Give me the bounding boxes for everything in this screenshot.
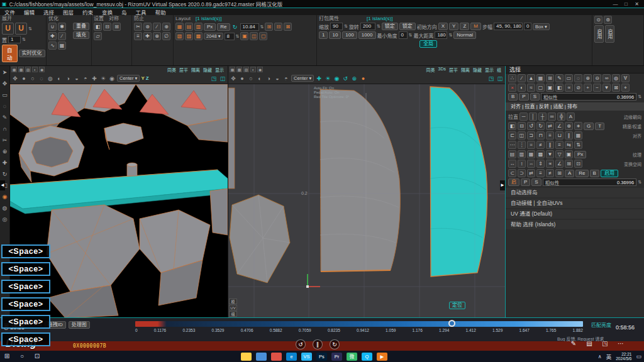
panel-list-item[interactable]: 帮助 选择 (Islands) (506, 220, 644, 229)
selection-tool-icon[interactable]: ∀ (621, 74, 630, 82)
padding-stepper[interactable]: ⇅ (236, 34, 240, 39)
panel-list-item[interactable]: 自动接缝 | 全自动UVs (506, 199, 644, 208)
similarity2-stepper[interactable]: ⇅ (638, 180, 641, 185)
spacing-icon[interactable]: ⊞ (565, 160, 573, 168)
viewport-extra-icon[interactable]: ◉ (108, 75, 116, 82)
uv-pivot-center-select[interactable]: Center ▾ (291, 75, 314, 82)
spacing-icon[interactable]: ∝ (546, 160, 554, 168)
symmetry-tool-icon[interactable]: ⊞ (113, 23, 121, 31)
normal-button[interactable]: Normal (453, 31, 476, 39)
straighten-icon[interactable]: A (567, 112, 575, 121)
selection-tool-icon[interactable]: ◍ (612, 74, 620, 82)
cut-weld-tool-icon[interactable]: ∅ (162, 32, 170, 40)
distribute-icon[interactable]: ⇅ (574, 141, 582, 149)
viewport-tool-icon[interactable]: ◍ (1, 204, 9, 212)
uv-side-tab[interactable]: UV (229, 305, 237, 310)
arrange-icon[interactable]: ▽ (555, 150, 564, 158)
language-indicator[interactable]: 英 (606, 353, 612, 360)
axis-x-button[interactable]: X (438, 23, 448, 30)
similarity-s-button[interactable]: S (530, 93, 540, 101)
quick-step-button[interactable]: 100 (342, 31, 357, 39)
cut-weld-tool-icon[interactable]: ≡ (134, 32, 142, 40)
display-mode-icon[interactable]: ● (238, 75, 246, 82)
selection-tool-icon[interactable]: ▲ (527, 74, 535, 82)
viewport-tab[interactable]: 隔离 (191, 67, 200, 73)
player-control-icon[interactable]: ↺ (296, 339, 306, 349)
selection-tool-icon[interactable]: ▼ (602, 84, 611, 92)
taskbar-app-icon[interactable]: ▶ (377, 353, 387, 361)
uv-action-icon[interactable]: ⊞ (555, 169, 564, 177)
mutation-button[interactable]: M (470, 23, 481, 30)
enable-button-2[interactable]: 启用 (605, 25, 614, 43)
display-mode-icon[interactable]: ◓ (82, 75, 89, 82)
spacing-icon[interactable]: ⇔ (527, 160, 535, 168)
tile-icon[interactable]: ⊞ (265, 23, 273, 31)
display-mode-icon[interactable]: ◍ (47, 75, 54, 82)
viewport-extra-icon[interactable]: ☀ (99, 75, 107, 82)
texel-scale-field[interactable]: 10.84 (240, 23, 259, 31)
title-bar[interactable]: ▣ C:/class/fishbones/maya/assets/low_mes… (0, 0, 644, 8)
quick-step-button[interactable]: 1 (319, 31, 328, 39)
maximize-button[interactable]: □ (621, 1, 631, 7)
selection-tool-icon[interactable]: ◐ (518, 84, 526, 92)
selection-tool-icon[interactable]: ▣ (546, 84, 554, 92)
flip-icon[interactable]: ⊟ (518, 122, 526, 130)
panel-list-item[interactable]: UV 通道 (Default) (506, 209, 644, 219)
stride-zero-field[interactable]: 0 (524, 23, 531, 30)
arrange-icon[interactable]: ▣ (565, 150, 573, 158)
viewport-tab[interactable]: 同类 (167, 67, 176, 73)
similarity-stepper[interactable]: ⇅ (638, 94, 641, 99)
viewport-tab[interactable]: 隐藏 (473, 67, 482, 73)
menu-item[interactable]: 编辑 (19, 8, 39, 16)
align-icon[interactable]: ⊔ (555, 131, 564, 140)
uv-action-icon[interactable]: ⊃ (518, 169, 526, 177)
player-control-icon[interactable]: ∥ (313, 339, 323, 349)
min-angle-stepper[interactable]: ⇅ (409, 33, 413, 38)
viewport-tab[interactable]: 隔离 (461, 67, 470, 73)
distribute-icon[interactable]: ≠ (536, 141, 545, 149)
viewport-option-icon[interactable]: ▦ (11, 67, 17, 72)
flip-icon[interactable]: ∗ (574, 122, 582, 130)
taskbar-system-icon[interactable]: ○ (15, 351, 29, 362)
viewport-tool-icon[interactable]: ◉ (1, 192, 9, 201)
uv-action-icon[interactable]: ≠ (546, 169, 554, 177)
flip-icon[interactable]: ⊕ (565, 122, 573, 130)
selection-tool-icon[interactable]: ≈ (527, 84, 535, 92)
selection-tool-icon[interactable]: ✎ (555, 74, 564, 82)
spacing-icon[interactable]: ∠ (555, 160, 564, 168)
arrange-icon[interactable]: ▥ (518, 150, 526, 158)
straighten-icon[interactable]: ─ (519, 112, 528, 121)
uv-action-icon[interactable]: ≡ (536, 169, 545, 177)
panel-list-item[interactable]: 自动选择岛 (506, 188, 644, 197)
taskbar-app-icon[interactable]: Ps (316, 353, 327, 361)
viewport-layout-icon[interactable]: ◫ (219, 75, 226, 82)
player-tool-icon[interactable]: ⋯ (616, 340, 625, 347)
taskbar-app-icon[interactable]: Pr (331, 353, 342, 361)
display-mode-icon[interactable]: ◒ (73, 75, 80, 82)
taskbar-system-icon[interactable]: ⊡ (30, 351, 44, 362)
menu-item[interactable]: 帮助 (151, 8, 170, 16)
taskbar-app-icon[interactable]: 微 (347, 353, 357, 361)
selection-tool-icon[interactable]: ⊕ (584, 74, 592, 82)
similarity2-p-button[interactable]: P (521, 178, 530, 186)
selection-tool-icon[interactable]: ∝ (565, 84, 573, 92)
flip-icon[interactable]: ↺ (527, 122, 535, 130)
selection-tool-icon[interactable]: + (584, 84, 592, 92)
player-tool-icon[interactable]: ✎ (569, 340, 578, 347)
symmetry-tool-icon[interactable]: ▱ (94, 32, 102, 40)
selection-tool-icon[interactable]: ▭ (565, 74, 573, 82)
distribute-icon[interactable]: ⋯ (508, 141, 516, 149)
viewport-extra-icon[interactable]: ☀ (324, 75, 331, 82)
max-distance-stepper[interactable]: ⇅ (448, 33, 452, 38)
align-icon[interactable]: ≡ (546, 131, 554, 140)
cut-weld-tool-icon[interactable]: ✂ (134, 23, 142, 31)
distribute-icon[interactable]: ≡ (555, 141, 564, 149)
viewport-extra-icon[interactable]: ◉ (333, 75, 340, 82)
box-select[interactable]: Box ▾ (533, 23, 550, 30)
uv-side-tab[interactable]: 组 (229, 311, 237, 317)
viewport-option-icon[interactable]: ◉ (257, 67, 263, 72)
close-button[interactable]: ✕ (631, 1, 642, 7)
viewport-extra-icon[interactable]: ✚ (315, 75, 323, 82)
display-mode-icon[interactable]: ○ (247, 75, 255, 82)
selection-tool-icon[interactable]: ⊞ (546, 74, 554, 82)
